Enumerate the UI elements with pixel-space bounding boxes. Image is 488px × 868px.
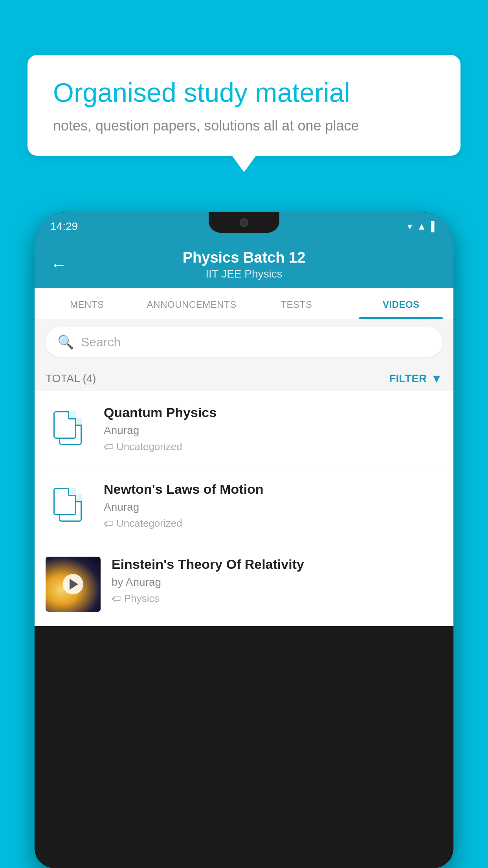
videos-list: Quantum Physics Anurag 🏷 Uncategorized N… [35, 391, 453, 626]
filter-icon: ▼ [431, 372, 442, 385]
video-tag: 🏷 Uncategorized [104, 441, 442, 453]
tab-announcements[interactable]: ANNOUNCEMENTS [139, 288, 244, 319]
video-title: Quantum Physics [104, 405, 442, 420]
tab-ments[interactable]: MENTS [35, 288, 139, 319]
status-icons: ▾ ▲ ▌ [407, 221, 438, 232]
filter-button[interactable]: FILTER ▼ [389, 372, 442, 385]
tab-videos[interactable]: VIDEOS [349, 288, 454, 319]
file-stack-icon [53, 411, 85, 447]
tag-icon: 🏷 [104, 441, 113, 452]
notch [209, 212, 279, 233]
header-subtitle: IIT JEE Physics [79, 268, 409, 280]
battery-icon: ▌ [431, 221, 438, 232]
tag-icon: 🏷 [104, 518, 113, 529]
file-icon-wrap [46, 409, 93, 449]
video-author: by Anurag [112, 576, 442, 588]
video-info: Newton's Laws of Motion Anurag 🏷 Uncateg… [104, 482, 442, 530]
speech-bubble: Organised study material notes, question… [28, 55, 460, 156]
status-time: 14:29 [50, 220, 78, 233]
video-title: Newton's Laws of Motion [104, 482, 442, 497]
list-item[interactable]: Quantum Physics Anurag 🏷 Uncategorized [35, 391, 453, 467]
header-main-title: Physics Batch 12 [79, 249, 409, 266]
header-title-block: Physics Batch 12 IIT JEE Physics [79, 249, 409, 280]
video-info: Einstein's Theory Of Relativity by Anura… [112, 557, 442, 605]
signal-icon: ▲ [417, 221, 426, 232]
speech-bubble-subtext: notes, question papers, solutions all at… [53, 118, 435, 134]
tag-label: Physics [124, 592, 160, 605]
file-page-front [53, 411, 76, 439]
video-tag: 🏷 Uncategorized [104, 517, 442, 530]
list-item[interactable]: Newton's Laws of Motion Anurag 🏷 Uncateg… [35, 467, 453, 544]
tab-tests[interactable]: TESTS [244, 288, 349, 319]
speech-bubble-heading: Organised study material [53, 77, 435, 109]
video-author: Anurag [104, 424, 442, 437]
video-info: Quantum Physics Anurag 🏷 Uncategorized [104, 405, 442, 453]
list-item[interactable]: Einstein's Theory Of Relativity by Anura… [35, 544, 453, 626]
phone-frame: 14:29 ▾ ▲ ▌ ← Physics Batch 12 IIT JEE P… [35, 212, 453, 868]
camera-dot [240, 218, 248, 227]
tag-icon: 🏷 [112, 593, 121, 604]
wifi-icon: ▾ [407, 221, 412, 232]
video-author: Anurag [104, 501, 442, 513]
search-icon: 🔍 [57, 334, 74, 350]
video-tag: 🏷 Physics [112, 592, 442, 605]
file-page-front [53, 488, 76, 515]
filter-row: TOTAL (4) FILTER ▼ [35, 365, 453, 391]
play-triangle [70, 579, 78, 590]
search-placeholder: Search [81, 335, 121, 349]
video-thumbnail [46, 557, 101, 612]
status-bar: 14:29 ▾ ▲ ▌ [35, 212, 453, 241]
tabs-bar: MENTS ANNOUNCEMENTS TESTS VIDEOS [35, 288, 453, 319]
total-label: TOTAL (4) [46, 372, 96, 385]
search-bar-container: 🔍 Search [35, 319, 453, 365]
file-icon-wrap [46, 486, 93, 525]
search-bar[interactable]: 🔍 Search [46, 327, 442, 357]
tag-label: Uncategorized [116, 517, 182, 530]
play-icon [63, 574, 83, 594]
speech-bubble-container: Organised study material notes, question… [28, 55, 460, 156]
file-stack-icon [53, 488, 85, 523]
video-title: Einstein's Theory Of Relativity [112, 557, 442, 572]
filter-label: FILTER [389, 372, 427, 385]
app-header: ← Physics Batch 12 IIT JEE Physics [35, 241, 453, 288]
tag-label: Uncategorized [116, 441, 182, 453]
back-button[interactable]: ← [50, 256, 67, 274]
